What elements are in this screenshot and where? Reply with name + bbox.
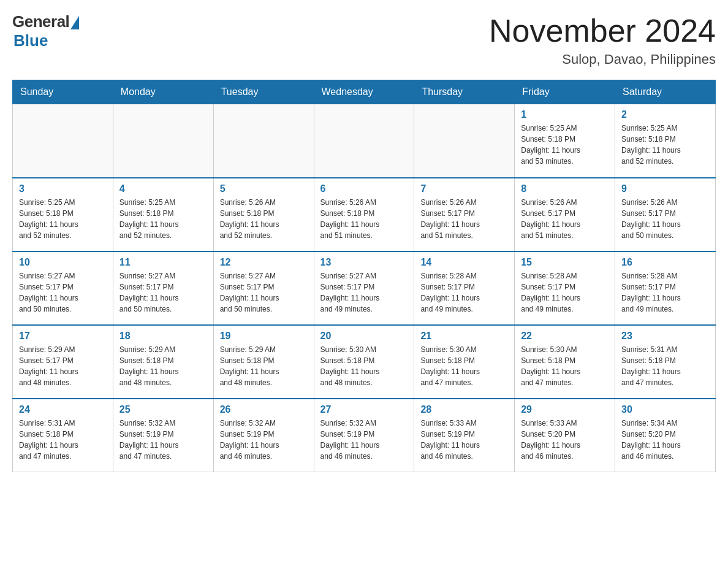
column-header-monday: Monday [113, 80, 213, 104]
calendar-week-row: 10Sunrise: 5:27 AMSunset: 5:17 PMDayligh… [13, 251, 716, 325]
day-info: Sunrise: 5:26 AMSunset: 5:17 PMDaylight:… [420, 197, 508, 241]
day-number: 14 [420, 257, 508, 268]
calendar-cell: 2Sunrise: 5:25 AMSunset: 5:18 PMDaylight… [615, 104, 716, 178]
calendar-cell: 23Sunrise: 5:31 AMSunset: 5:18 PMDayligh… [615, 325, 716, 399]
day-number: 1 [521, 109, 609, 120]
day-info: Sunrise: 5:25 AMSunset: 5:18 PMDaylight:… [521, 123, 609, 167]
calendar-cell [213, 104, 314, 178]
column-header-thursday: Thursday [414, 80, 515, 104]
day-info: Sunrise: 5:27 AMSunset: 5:17 PMDaylight:… [220, 270, 308, 315]
day-number: 19 [220, 331, 308, 342]
calendar-cell: 30Sunrise: 5:34 AMSunset: 5:20 PMDayligh… [615, 399, 716, 472]
calendar-cell: 6Sunrise: 5:26 AMSunset: 5:18 PMDaylight… [314, 178, 414, 251]
calendar-week-row: 17Sunrise: 5:29 AMSunset: 5:17 PMDayligh… [13, 325, 716, 399]
day-number: 2 [621, 109, 709, 120]
day-number: 23 [621, 331, 709, 342]
day-number: 21 [420, 331, 508, 342]
day-info: Sunrise: 5:33 AMSunset: 5:19 PMDaylight:… [420, 418, 508, 462]
calendar-cell: 28Sunrise: 5:33 AMSunset: 5:19 PMDayligh… [414, 399, 515, 472]
day-info: Sunrise: 5:25 AMSunset: 5:18 PMDaylight:… [119, 197, 207, 241]
column-header-friday: Friday [515, 80, 615, 104]
column-header-wednesday: Wednesday [314, 80, 414, 104]
day-number: 6 [320, 183, 408, 194]
day-number: 27 [320, 404, 408, 415]
day-info: Sunrise: 5:25 AMSunset: 5:18 PMDaylight:… [19, 197, 107, 241]
day-info: Sunrise: 5:28 AMSunset: 5:17 PMDaylight:… [420, 270, 508, 315]
calendar-cell: 3Sunrise: 5:25 AMSunset: 5:18 PMDaylight… [13, 178, 113, 251]
day-info: Sunrise: 5:30 AMSunset: 5:18 PMDaylight:… [521, 344, 609, 388]
day-number: 10 [19, 257, 107, 268]
calendar-cell: 1Sunrise: 5:25 AMSunset: 5:18 PMDaylight… [515, 104, 615, 178]
day-info: Sunrise: 5:29 AMSunset: 5:18 PMDaylight:… [220, 344, 308, 388]
day-info: Sunrise: 5:26 AMSunset: 5:17 PMDaylight:… [621, 197, 709, 241]
day-info: Sunrise: 5:29 AMSunset: 5:17 PMDaylight:… [19, 344, 107, 388]
calendar-cell: 19Sunrise: 5:29 AMSunset: 5:18 PMDayligh… [213, 325, 314, 399]
calendar-cell: 8Sunrise: 5:26 AMSunset: 5:17 PMDaylight… [515, 178, 615, 251]
calendar-week-row: 1Sunrise: 5:25 AMSunset: 5:18 PMDaylight… [13, 104, 716, 178]
calendar-week-row: 24Sunrise: 5:31 AMSunset: 5:18 PMDayligh… [13, 399, 716, 472]
day-number: 28 [420, 404, 508, 415]
day-number: 13 [320, 257, 408, 268]
calendar-cell: 11Sunrise: 5:27 AMSunset: 5:17 PMDayligh… [113, 251, 213, 325]
day-number: 4 [119, 183, 207, 194]
calendar-cell: 16Sunrise: 5:28 AMSunset: 5:17 PMDayligh… [615, 251, 716, 325]
day-number: 16 [621, 257, 709, 268]
day-info: Sunrise: 5:32 AMSunset: 5:19 PMDaylight:… [119, 418, 207, 462]
calendar-cell: 26Sunrise: 5:32 AMSunset: 5:19 PMDayligh… [213, 399, 314, 472]
day-info: Sunrise: 5:33 AMSunset: 5:20 PMDaylight:… [521, 418, 609, 462]
calendar-cell: 25Sunrise: 5:32 AMSunset: 5:19 PMDayligh… [113, 399, 213, 472]
calendar-cell [414, 104, 515, 178]
day-number: 22 [521, 331, 609, 342]
calendar-cell: 7Sunrise: 5:26 AMSunset: 5:17 PMDaylight… [414, 178, 515, 251]
location-text: Sulop, Davao, Philippines [489, 52, 716, 67]
day-info: Sunrise: 5:27 AMSunset: 5:17 PMDaylight:… [119, 270, 207, 315]
calendar-cell [314, 104, 414, 178]
title-section: November 2024 Sulop, Davao, Philippines [489, 12, 716, 67]
calendar-cell: 15Sunrise: 5:28 AMSunset: 5:17 PMDayligh… [515, 251, 615, 325]
day-info: Sunrise: 5:32 AMSunset: 5:19 PMDaylight:… [320, 418, 408, 462]
calendar-header-row: SundayMondayTuesdayWednesdayThursdayFrid… [13, 80, 716, 104]
day-info: Sunrise: 5:26 AMSunset: 5:17 PMDaylight:… [521, 197, 609, 241]
calendar-cell: 18Sunrise: 5:29 AMSunset: 5:18 PMDayligh… [113, 325, 213, 399]
calendar-week-row: 3Sunrise: 5:25 AMSunset: 5:18 PMDaylight… [13, 178, 716, 251]
day-number: 18 [119, 331, 207, 342]
calendar-cell: 27Sunrise: 5:32 AMSunset: 5:19 PMDayligh… [314, 399, 414, 472]
day-number: 3 [19, 183, 107, 194]
column-header-tuesday: Tuesday [213, 80, 314, 104]
calendar-cell: 21Sunrise: 5:30 AMSunset: 5:18 PMDayligh… [414, 325, 515, 399]
calendar-cell: 9Sunrise: 5:26 AMSunset: 5:17 PMDaylight… [615, 178, 716, 251]
day-number: 7 [420, 183, 508, 194]
day-info: Sunrise: 5:34 AMSunset: 5:20 PMDaylight:… [621, 418, 709, 462]
day-number: 11 [119, 257, 207, 268]
calendar-cell [13, 104, 113, 178]
calendar-cell: 29Sunrise: 5:33 AMSunset: 5:20 PMDayligh… [515, 399, 615, 472]
column-header-saturday: Saturday [615, 80, 716, 104]
day-info: Sunrise: 5:27 AMSunset: 5:17 PMDaylight:… [320, 270, 408, 315]
calendar-table: SundayMondayTuesdayWednesdayThursdayFrid… [12, 80, 716, 472]
calendar-cell: 10Sunrise: 5:27 AMSunset: 5:17 PMDayligh… [13, 251, 113, 325]
day-number: 24 [19, 404, 107, 415]
day-number: 17 [19, 331, 107, 342]
calendar-cell: 5Sunrise: 5:26 AMSunset: 5:18 PMDaylight… [213, 178, 314, 251]
calendar-cell: 12Sunrise: 5:27 AMSunset: 5:17 PMDayligh… [213, 251, 314, 325]
day-number: 26 [220, 404, 308, 415]
day-number: 9 [621, 183, 709, 194]
logo-blue-text: Blue [13, 31, 48, 50]
logo-triangle-icon [70, 16, 79, 29]
page-header: General Blue November 2024 Sulop, Davao,… [12, 12, 716, 67]
logo-general-text: General [12, 12, 69, 31]
day-info: Sunrise: 5:27 AMSunset: 5:17 PMDaylight:… [19, 270, 107, 315]
day-number: 25 [119, 404, 207, 415]
calendar-cell: 24Sunrise: 5:31 AMSunset: 5:18 PMDayligh… [13, 399, 113, 472]
day-info: Sunrise: 5:26 AMSunset: 5:18 PMDaylight:… [220, 197, 308, 241]
day-info: Sunrise: 5:26 AMSunset: 5:18 PMDaylight:… [320, 197, 408, 241]
logo: General Blue [12, 12, 79, 50]
day-info: Sunrise: 5:28 AMSunset: 5:17 PMDaylight:… [521, 270, 609, 315]
day-info: Sunrise: 5:31 AMSunset: 5:18 PMDaylight:… [19, 418, 107, 462]
calendar-cell: 4Sunrise: 5:25 AMSunset: 5:18 PMDaylight… [113, 178, 213, 251]
calendar-cell: 22Sunrise: 5:30 AMSunset: 5:18 PMDayligh… [515, 325, 615, 399]
calendar-cell: 20Sunrise: 5:30 AMSunset: 5:18 PMDayligh… [314, 325, 414, 399]
calendar-cell [113, 104, 213, 178]
column-header-sunday: Sunday [13, 80, 113, 104]
month-title: November 2024 [489, 12, 716, 49]
